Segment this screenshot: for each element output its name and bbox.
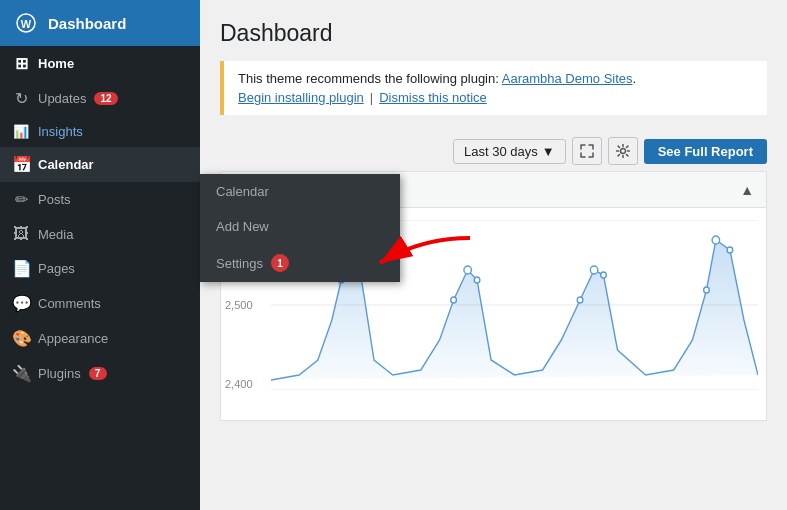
- calendar-icon: 📅: [12, 155, 30, 174]
- svg-point-16: [712, 236, 719, 244]
- sidebar-item-pages-label: Pages: [38, 261, 75, 276]
- sidebar-item-plugins[interactable]: 🔌 Plugins 7: [0, 356, 200, 391]
- theme-notice: This theme recommends the following plug…: [220, 61, 767, 115]
- sidebar-header[interactable]: W Dashboard: [0, 0, 200, 46]
- y-label-mid: 2,500: [225, 299, 262, 311]
- svg-point-13: [590, 266, 597, 274]
- sidebar-item-media[interactable]: 🖼 Media: [0, 217, 200, 251]
- calendar-submenu: Calendar Add New Settings 1: [200, 174, 400, 282]
- submenu-item-settings[interactable]: Settings 1: [200, 244, 400, 282]
- sidebar-title: Dashboard: [48, 15, 126, 32]
- sidebar-navigation: ⊞ Home ↻ Updates 12 📊 Insights 📅 Calenda…: [0, 46, 200, 510]
- wp-logo-icon: W: [12, 9, 40, 37]
- y-label-bottom: 2,400: [225, 378, 262, 390]
- sidebar-item-calendar-label: Calendar: [38, 157, 94, 172]
- insights-icon: 📊: [12, 124, 30, 139]
- notice-period: .: [633, 71, 637, 86]
- pages-icon: 📄: [12, 259, 30, 278]
- sidebar-item-pages[interactable]: 📄 Pages: [0, 251, 200, 286]
- sidebar-item-plugins-label: Plugins: [38, 366, 81, 381]
- sidebar-item-insights[interactable]: 📊 Insights: [0, 116, 200, 147]
- expand-icon-button[interactable]: [572, 137, 602, 165]
- posts-icon: ✏: [12, 190, 30, 209]
- settings-icon-button[interactable]: [608, 137, 638, 165]
- sidebar-item-home[interactable]: ⊞ Home: [0, 46, 200, 81]
- sidebar-item-comments[interactable]: 💬 Comments: [0, 286, 200, 321]
- comments-icon: 💬: [12, 294, 30, 313]
- insights-toolbar: Last 30 days ▼ See Full Report: [220, 131, 767, 171]
- notice-links: Begin installing plugin | Dismiss this n…: [238, 90, 753, 105]
- sidebar-item-appearance-label: Appearance: [38, 331, 108, 346]
- sidebar-item-calendar[interactable]: 📅 Calendar: [0, 147, 200, 182]
- sidebar-item-updates[interactable]: ↻ Updates 12: [0, 81, 200, 116]
- plugins-icon: 🔌: [12, 364, 30, 383]
- notice-separator: |: [370, 90, 373, 105]
- begin-installing-link[interactable]: Begin installing plugin: [238, 90, 364, 105]
- dropdown-arrow-icon: ▼: [542, 144, 555, 159]
- svg-point-14: [577, 297, 583, 303]
- svg-point-11: [451, 297, 457, 303]
- sidebar-item-appearance[interactable]: 🎨 Appearance: [0, 321, 200, 356]
- dismiss-notice-link[interactable]: Dismiss this notice: [379, 90, 487, 105]
- svg-point-15: [601, 272, 607, 278]
- see-full-report-button[interactable]: See Full Report: [644, 139, 767, 164]
- sidebar-item-home-label: Home: [38, 56, 74, 71]
- svg-point-10: [464, 266, 471, 274]
- submenu-addnew-label: Add New: [216, 219, 269, 234]
- media-icon: 🖼: [12, 225, 30, 243]
- page-title: Dashboard: [220, 20, 767, 47]
- svg-point-18: [727, 247, 733, 253]
- updates-icon: ↻: [12, 89, 30, 108]
- sidebar-item-comments-label: Comments: [38, 296, 101, 311]
- plugin-name-link[interactable]: Aarambha Demo Sites: [502, 71, 633, 86]
- sidebar-item-posts-label: Posts: [38, 192, 71, 207]
- svg-text:W: W: [21, 18, 32, 30]
- collapse-chart-button[interactable]: ▲: [740, 182, 754, 198]
- svg-point-3: [620, 149, 625, 154]
- updates-badge: 12: [94, 92, 117, 105]
- submenu-item-addnew[interactable]: Add New: [200, 209, 400, 244]
- svg-point-12: [474, 277, 480, 283]
- sidebar-item-updates-label: Updates: [38, 91, 86, 106]
- submenu-calendar-label: Calendar: [216, 184, 269, 199]
- submenu-item-calendar[interactable]: Calendar: [200, 174, 400, 209]
- plugins-badge: 7: [89, 367, 107, 380]
- notice-text: This theme recommends the following plug…: [238, 71, 753, 86]
- date-range-label: Last 30 days: [464, 144, 538, 159]
- sidebar-item-posts[interactable]: ✏ Posts: [0, 182, 200, 217]
- sidebar: W Dashboard ⊞ Home ↻ Updates 12 📊 Insigh…: [0, 0, 200, 510]
- settings-badge: 1: [271, 254, 289, 272]
- submenu-settings-label: Settings: [216, 256, 263, 271]
- appearance-icon: 🎨: [12, 329, 30, 348]
- home-icon: ⊞: [12, 54, 30, 73]
- svg-point-17: [704, 287, 710, 293]
- date-range-dropdown[interactable]: Last 30 days ▼: [453, 139, 566, 164]
- sidebar-item-media-label: Media: [38, 227, 73, 242]
- sidebar-item-insights-label: Insights: [38, 124, 83, 139]
- notice-body-text: This theme recommends the following plug…: [238, 71, 499, 86]
